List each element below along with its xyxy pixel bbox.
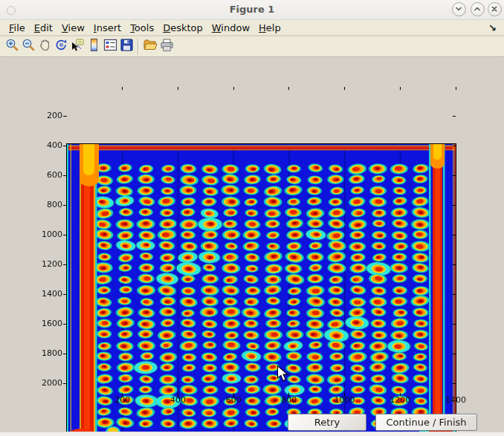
dock-figure-icon[interactable]: ↘ xyxy=(488,22,497,33)
y-tick-right xyxy=(453,354,456,354)
y-tick-label: 1200 xyxy=(25,259,62,270)
menubar: FileEditViewInsertToolsDesktopWindowHelp… xyxy=(0,20,504,36)
y-tick xyxy=(63,264,67,265)
menu-item-help[interactable]: Help xyxy=(254,22,285,34)
y-tick xyxy=(63,116,67,117)
zoom-in-button[interactable] xyxy=(4,38,20,56)
y-tick-right xyxy=(453,294,456,295)
window-title: Figure 1 xyxy=(0,4,504,15)
y-tick xyxy=(63,146,67,146)
toolbar xyxy=(0,36,504,57)
x-tick-top xyxy=(400,87,401,90)
y-tick xyxy=(63,175,67,176)
data-cursor-button[interactable] xyxy=(69,38,85,56)
y-tick-label: 1000 xyxy=(25,230,62,240)
menu-item-insert[interactable]: Insert xyxy=(89,22,126,34)
y-tick-right xyxy=(453,324,456,325)
continue-finish-button[interactable]: Continue / Finish xyxy=(375,414,477,431)
y-tick-label: 400 xyxy=(25,140,62,151)
print-icon xyxy=(160,38,174,55)
menu-item-window[interactable]: Window xyxy=(207,22,254,34)
plot-axes[interactable] xyxy=(66,143,456,436)
x-tick-top xyxy=(122,87,123,90)
y-tick xyxy=(63,383,67,384)
figure-canvas-area: 2004006008001000120014002004006008001000… xyxy=(0,58,504,432)
menu-item-file[interactable]: File xyxy=(4,22,30,34)
y-tick-right xyxy=(453,116,456,117)
open-folder-icon xyxy=(143,38,158,55)
legend-icon xyxy=(103,38,117,55)
toolbar-separator xyxy=(138,39,139,55)
x-tick-label: 200 xyxy=(100,395,145,406)
y-tick-right xyxy=(453,146,456,146)
print-button[interactable] xyxy=(158,38,175,56)
menu-item-tools[interactable]: Tools xyxy=(126,22,158,34)
x-tick-label: 1200 xyxy=(378,395,422,406)
y-tick-label: 600 xyxy=(25,170,62,180)
titlebar: Figure 1 xyxy=(0,0,504,20)
y-tick-right xyxy=(453,175,456,176)
y-tick-right xyxy=(453,383,456,384)
data-cursor-icon xyxy=(71,38,85,55)
y-tick-label: 1600 xyxy=(25,319,62,329)
save-button[interactable] xyxy=(118,38,135,56)
x-tick-label: 1000 xyxy=(323,395,367,406)
zoom-out-button[interactable] xyxy=(20,38,36,56)
x-tick-label: 800 xyxy=(267,395,311,406)
save-icon xyxy=(120,38,134,55)
window-bottom-edge xyxy=(0,432,504,436)
legend-button[interactable] xyxy=(102,38,118,56)
x-tick-top xyxy=(233,87,234,90)
menu-item-edit[interactable]: Edit xyxy=(30,22,57,34)
x-tick-label: 600 xyxy=(211,395,256,406)
y-tick xyxy=(63,294,67,295)
figure-window: Figure 1 FileEditViewInsertToolsDesktopW… xyxy=(0,0,504,436)
x-tick-top xyxy=(288,87,289,90)
pan-icon xyxy=(38,38,52,55)
y-tick-label: 1800 xyxy=(25,348,62,359)
zoom-in-icon xyxy=(5,38,19,55)
y-tick-label: 800 xyxy=(25,200,62,210)
x-tick-label: 1400 xyxy=(433,395,478,406)
maximize-button[interactable] xyxy=(471,2,485,16)
y-tick xyxy=(63,354,67,354)
rotate-3d-icon xyxy=(54,38,68,55)
y-tick xyxy=(63,324,67,325)
rotate-3d-button[interactable] xyxy=(53,38,69,56)
y-tick-right xyxy=(453,235,456,235)
retry-button[interactable]: Retry xyxy=(288,414,366,431)
y-tick xyxy=(63,235,67,235)
microarray-image[interactable] xyxy=(67,144,456,436)
y-tick-label: 200 xyxy=(25,111,62,121)
y-tick xyxy=(63,205,67,206)
pan-button[interactable] xyxy=(36,38,53,56)
x-tick-top xyxy=(456,87,456,90)
zoom-out-icon xyxy=(22,38,36,55)
y-tick-right xyxy=(453,264,456,265)
colorbar-icon xyxy=(87,38,101,55)
minimize-button[interactable] xyxy=(452,2,466,16)
colorbar-button[interactable] xyxy=(85,38,102,56)
y-tick-label: 2000 xyxy=(25,378,62,388)
x-tick-label: 400 xyxy=(155,395,200,406)
x-tick-top xyxy=(344,87,345,90)
menu-item-desktop[interactable]: Desktop xyxy=(158,22,207,34)
y-tick-label: 1400 xyxy=(25,289,62,299)
close-button[interactable] xyxy=(488,2,502,16)
open-folder-button[interactable] xyxy=(142,38,158,56)
menu-item-view[interactable]: View xyxy=(57,22,89,34)
y-tick-right xyxy=(453,205,456,206)
x-tick-top xyxy=(178,87,178,90)
